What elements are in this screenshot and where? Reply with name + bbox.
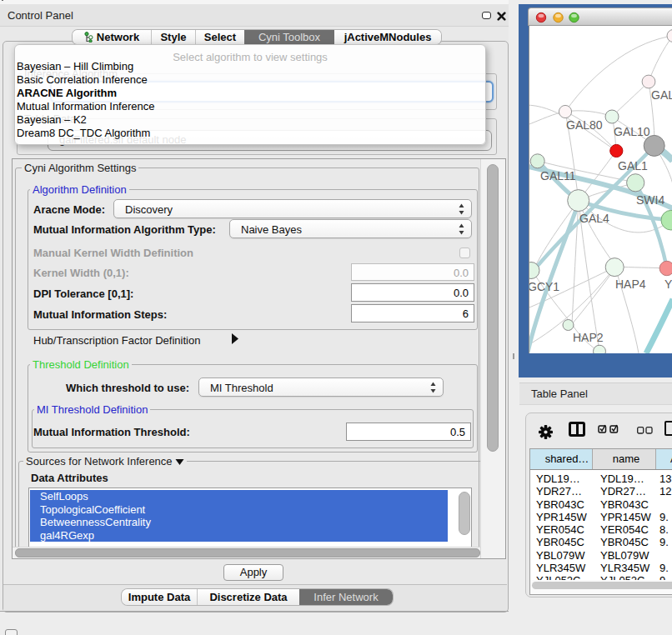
svg-text:HAP4: HAP4 xyxy=(615,278,646,291)
svg-text:GAL1: GAL1 xyxy=(618,159,648,172)
svg-text:YM: YM xyxy=(664,278,672,291)
svg-text:GAL80: GAL80 xyxy=(566,118,603,132)
svg-text:GAL11: GAL11 xyxy=(540,169,576,182)
svg-text:GAL4: GAL4 xyxy=(579,212,609,225)
svg-text:HAP2: HAP2 xyxy=(573,331,604,344)
svg-text:GAL8: GAL8 xyxy=(651,88,672,102)
svg-text:GCY1: GCY1 xyxy=(529,280,559,293)
svg-text:GAL10: GAL10 xyxy=(614,125,650,138)
svg-text:SWI4: SWI4 xyxy=(636,193,664,207)
